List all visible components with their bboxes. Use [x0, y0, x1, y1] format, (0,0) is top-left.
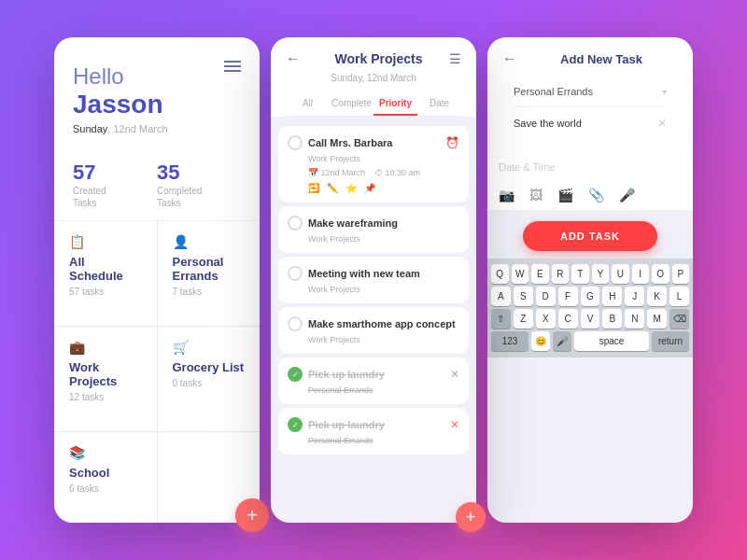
tab-date[interactable]: Date [417, 92, 461, 116]
delete-icon[interactable]: ✕ [450, 418, 459, 431]
key-i[interactable]: I [632, 264, 650, 284]
key-t[interactable]: T [571, 264, 589, 284]
key-z[interactable]: Z [514, 309, 533, 329]
task-checkbox[interactable] [288, 135, 303, 150]
key-f[interactable]: F [558, 287, 578, 306]
task-item[interactable]: ✓ Pick up laundry ✕ Personal Errands [278, 408, 469, 455]
star-icon[interactable]: ⭐ [345, 183, 357, 193]
task-item[interactable]: Call Mrs. Barbara ⏰ Work Projects 📅 12nd… [278, 126, 469, 203]
nav-grocery-label: Grocery List [173, 360, 246, 374]
nav-school[interactable]: 📚 School 6 tasks [54, 432, 157, 523]
key-c[interactable]: C [558, 309, 578, 329]
task-item[interactable]: Make smarthome app concept Work Projects [278, 307, 469, 354]
task-item[interactable]: ✓ Pick up laundry ✕ Personal Errands [278, 357, 469, 404]
key-v[interactable]: V [581, 309, 600, 329]
add-task-fab-1[interactable]: + [235, 498, 269, 532]
key-e[interactable]: E [531, 264, 549, 284]
numbers-key[interactable]: 123 [491, 331, 529, 351]
key-u[interactable]: U [612, 264, 629, 284]
key-s[interactable]: S [514, 287, 533, 306]
key-p[interactable]: P [672, 264, 690, 284]
key-o[interactable]: O [652, 264, 669, 284]
school-icon: 📚 [69, 445, 142, 460]
delete-key[interactable]: ⌫ [669, 309, 689, 329]
key-r[interactable]: R [552, 264, 570, 284]
alarm-icon: ⏰ [445, 136, 459, 149]
category-row[interactable]: Personal Errands ▾ [514, 77, 667, 107]
image-icon[interactable]: 🖼 [529, 188, 543, 203]
keyboard-row-1: Q W E R T Y U I O P [491, 264, 689, 284]
add-task-panel: ← Add New Task Personal Errands ▾ ✕ Date… [487, 37, 693, 523]
task-checkbox[interactable] [288, 216, 303, 231]
close-icon[interactable]: ✕ [450, 368, 459, 381]
nav-all-schedule[interactable]: 📋 All Schedule 57 tasks [54, 221, 157, 326]
keyboard-row-3: ⇧ Z X C V B N M ⌫ [491, 309, 689, 329]
pin-icon[interactable]: 📌 [364, 183, 375, 193]
task-checkbox[interactable]: ✓ [288, 417, 303, 432]
task-name-row: ✕ [514, 107, 667, 139]
task-item[interactable]: Make wareframing Work Projects [278, 206, 469, 253]
menu-icon[interactable] [224, 58, 241, 75]
key-m[interactable]: M [647, 309, 667, 329]
completed-tasks-num: 35 [157, 161, 241, 185]
nav-work-projects[interactable]: 💼 Work Projects 12 tasks [54, 327, 157, 431]
keyboard-row-2: A S D F G H J K L [491, 287, 689, 306]
grocery-list-icon: 🛒 [173, 340, 246, 355]
video-icon[interactable]: 🎬 [557, 188, 573, 203]
add-task-btn-container: ADD TASK [487, 210, 693, 259]
emoji-key[interactable]: 😊 [531, 331, 550, 351]
mic-key[interactable]: 🎤 [553, 331, 571, 351]
microphone-icon[interactable]: 🎤 [619, 188, 635, 203]
key-j[interactable]: J [625, 287, 644, 306]
key-q[interactable]: Q [491, 264, 509, 284]
edit-icon[interactable]: ✏️ [327, 183, 338, 193]
category-form-section: Personal Errands ▾ ✕ [502, 77, 678, 139]
keyboard-row-4: 123 😊 🎤 space return [491, 331, 689, 351]
key-k[interactable]: K [647, 287, 667, 306]
repeat-icon[interactable]: 🔁 [308, 183, 319, 193]
key-d[interactable]: D [536, 287, 556, 306]
space-key[interactable]: space [574, 331, 649, 351]
key-n[interactable]: N [625, 309, 644, 329]
back-button[interactable]: ← [286, 50, 301, 67]
task-time: ⏱ 10:30 am [374, 168, 420, 177]
nav-grocery-list[interactable]: 🛒 Grocery List 0 tasks [158, 327, 261, 431]
work-projects-menu-icon[interactable]: ☰ [449, 51, 461, 66]
tab-priority[interactable]: Priority [374, 92, 417, 116]
task-name-input[interactable] [514, 118, 657, 129]
key-a[interactable]: A [491, 287, 511, 306]
key-h[interactable]: H [602, 287, 622, 306]
task-checkbox[interactable] [288, 266, 303, 281]
task-checkbox[interactable] [288, 316, 303, 331]
key-x[interactable]: X [536, 309, 556, 329]
task-title: Make smarthome app concept [308, 318, 459, 329]
greeting-text: Hello Jasson [73, 63, 241, 119]
task-checkbox[interactable]: ✓ [288, 367, 303, 382]
add-task-button[interactable]: ADD TASK [523, 221, 657, 251]
return-key[interactable]: return [652, 331, 689, 351]
key-y[interactable]: Y [592, 264, 610, 284]
add-task-fab-2[interactable]: + [456, 502, 486, 532]
tab-all[interactable]: All [286, 92, 330, 116]
nav-personal-errands[interactable]: 👤 Personal Errands 7 tasks [158, 221, 261, 326]
stats-row: 57 CreatedTasks 35 CompletedTasks [54, 149, 260, 221]
media-icons-row: 📷 🖼 🎬 📎 🎤 [487, 180, 693, 210]
shift-key[interactable]: ⇧ [491, 309, 511, 329]
task-category: Work Projects [308, 335, 459, 344]
nav-work-projects-label: Work Projects [69, 360, 142, 388]
key-w[interactable]: W [512, 264, 529, 284]
key-b[interactable]: B [602, 309, 622, 329]
attachment-icon[interactable]: 📎 [588, 188, 604, 203]
task-category: Personal Errands [308, 385, 459, 395]
tab-complete[interactable]: Complete [330, 92, 374, 116]
key-l[interactable]: L [669, 287, 689, 306]
virtual-keyboard: Q W E R T Y U I O P A S D F G H J K L [487, 259, 693, 357]
camera-icon[interactable]: 📷 [499, 188, 514, 203]
clear-icon[interactable]: ✕ [657, 117, 667, 130]
task-tabs: All Complete Priority Date [286, 92, 461, 117]
personal-errands-icon: 👤 [173, 234, 246, 249]
task-item[interactable]: Meeting with new team Work Projects [278, 257, 469, 303]
key-g[interactable]: G [581, 287, 600, 306]
back-button-2[interactable]: ← [502, 50, 517, 67]
all-schedule-icon: 📋 [69, 234, 142, 249]
